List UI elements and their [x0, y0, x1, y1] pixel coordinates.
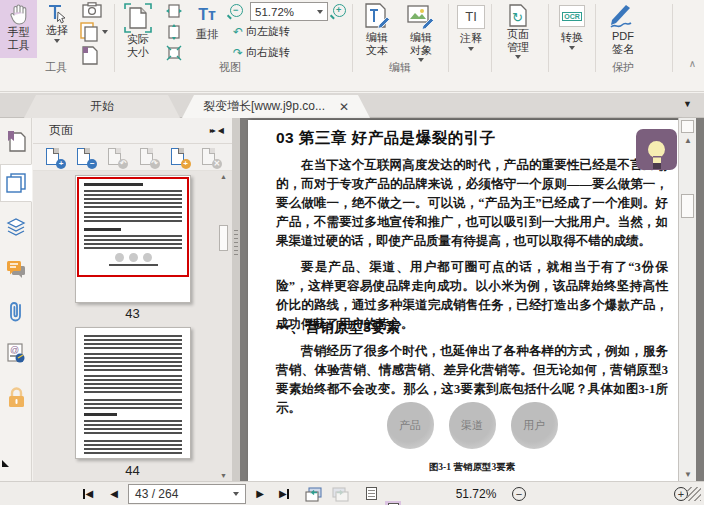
first-page-button[interactable]: ◀ [78, 485, 98, 503]
splitter-handle[interactable] [234, 230, 238, 256]
previous-view-button[interactable] [303, 485, 323, 503]
doc-scroll-up-icon[interactable]: ▲ [684, 136, 692, 145]
actual-size-label: 实际大小 [124, 33, 152, 59]
section-heading: 一、营销原型3要素 [276, 318, 400, 337]
actual-size-button[interactable]: 实际大小 [118, 0, 158, 70]
edit-object-label: 编辑对象 [408, 31, 434, 57]
panel-collapse-icon[interactable]: ◀ [218, 126, 224, 135]
layers-panel-button[interactable] [0, 208, 32, 246]
page-number-caret-icon [233, 492, 239, 496]
bookmarks-panel-button[interactable] [0, 122, 32, 160]
select-caret-icon [54, 39, 60, 43]
tab-document[interactable]: 裂变增长[www.j9p.co... ✕ [182, 95, 370, 118]
pages-panel-title: 页面 [49, 122, 73, 139]
security-panel-button[interactable] [0, 378, 32, 416]
digital-signature-icon: @ [6, 343, 26, 364]
document-tab-bar: 开始 裂变增长[www.j9p.co... ✕ ▼ [0, 93, 704, 118]
rotate-left-label: 向左旋转 [246, 24, 290, 39]
doc-scrollbar-thumb[interactable] [681, 194, 694, 218]
single-page-icon [366, 487, 377, 500]
page-management-icon: ↻ [507, 4, 529, 28]
tab-list-menu-button[interactable]: ▼ [683, 99, 692, 109]
chapter-title: 03 第三章 好产品是爆裂的引子 [276, 128, 496, 149]
tab-home[interactable]: 开始 [24, 95, 180, 118]
zoom-out-ribbon-button[interactable]: − [230, 4, 243, 19]
doc-scroll-down-icon[interactable]: ▼ [684, 470, 692, 479]
ocr-icon: OCR [559, 5, 585, 27]
thumbnail-zoom-in-button[interactable]: + [46, 148, 63, 167]
window-resize-grip[interactable] [687, 487, 701, 501]
zoom-level-combobox[interactable]: 51.72% [250, 2, 328, 21]
idea-widget[interactable] [636, 129, 677, 170]
fit-visible-icon[interactable] [166, 45, 182, 61]
select-tool-button[interactable]: 选择 [40, 0, 74, 58]
protect-group-label: 保护 [575, 60, 671, 74]
single-page-view-button[interactable] [363, 485, 379, 501]
zoom-in-button[interactable]: + [674, 487, 688, 501]
zoom-in-ribbon-button[interactable]: + [333, 4, 346, 19]
figure-circle-user: 用户 [511, 402, 558, 449]
hand-tool-button[interactable]: 手型工具 [0, 0, 37, 58]
next-view-button[interactable] [330, 485, 350, 503]
page-number-combobox[interactable]: 43 / 264 [128, 484, 246, 504]
thumbnail-scroll-up-icon[interactable]: ▲ [220, 173, 227, 180]
figure-circle-channel: 渠道 [449, 402, 496, 449]
previous-page-button[interactable]: ◀ [106, 485, 122, 503]
insert-page-button[interactable]: + [171, 148, 188, 167]
panel-splitter[interactable] [232, 118, 240, 481]
page-43-thumbnail[interactable] [75, 175, 191, 303]
panel-dock-icon[interactable]: ▸▸ [210, 126, 214, 135]
comment-button[interactable]: TI 注释 [453, 0, 489, 72]
pages-panel-toolbar: + − ↶ ↷ + ✕ [33, 145, 232, 171]
document-scrollbar[interactable]: ▲ ▼ [678, 118, 696, 481]
thumbnail-scroll-down-icon[interactable]: ▼ [220, 472, 227, 479]
rotate-right-button[interactable]: ↷ 向右旋转 [233, 45, 290, 60]
next-view-icon [332, 487, 349, 502]
tab-home-label: 开始 [90, 98, 114, 115]
rotate-right-icon: ↷ [233, 46, 243, 60]
collapse-ribbon-button[interactable]: ∧ [689, 58, 696, 69]
tools-group-label: 工具 [10, 60, 102, 74]
previous-view-icon [305, 487, 322, 502]
scrollbar-split-button[interactable] [681, 120, 694, 133]
figure-3-1: 产品 渠道 用户 [276, 402, 668, 449]
edit-text-label: 编辑文本 [364, 31, 390, 57]
lightbulb-icon [648, 141, 665, 158]
pages-panel: 页面 ▸▸ ◀ + − ↶ ↷ + ✕ [33, 118, 232, 481]
clipboard-paste-icon[interactable] [80, 22, 98, 42]
thumbnail-rotate-left-button[interactable]: ↶ [108, 148, 125, 167]
page-management-label: 页面管理 [504, 28, 532, 54]
pdf-page[interactable]: 03 第三章 好产品是爆裂的引子 在当下这个互联网高度发达的时代，产品的重要性已… [248, 120, 678, 481]
paste-caret-icon[interactable] [102, 30, 108, 34]
fit-page-icon[interactable] [166, 24, 182, 40]
last-page-button[interactable]: ▶ [274, 485, 294, 503]
rotate-left-button[interactable]: ↶ 向左旋转 [233, 24, 290, 39]
pages-panel-button[interactable] [0, 164, 32, 202]
fit-width-icon[interactable] [166, 3, 182, 19]
comments-panel-button[interactable] [0, 250, 32, 288]
page-management-button[interactable]: ↻ 页面管理 [495, 0, 541, 72]
thumbnail-list: 43 44 ▲ ▼ [33, 171, 232, 481]
delete-page-button[interactable]: ✕ [202, 148, 219, 167]
next-page-button[interactable]: ▶ [252, 485, 268, 503]
strip-expand-arrow-icon[interactable] [2, 460, 9, 467]
thumbnail-scrollbar[interactable]: ▲ ▼ [217, 173, 230, 479]
comment-caret-icon [468, 47, 474, 51]
thumbnail-scrollbar-thumb[interactable] [219, 225, 228, 251]
thumbnail-zoom-out-button[interactable]: − [77, 148, 94, 167]
reflow-button[interactable]: Tт 重排 [190, 0, 224, 58]
first-page-icon: ◀ [85, 485, 93, 503]
page-44-thumbnail[interactable] [75, 327, 191, 459]
lock-icon [7, 387, 26, 408]
tab-close-icon[interactable]: ✕ [339, 100, 349, 114]
reflow-icon: Tт [198, 2, 216, 28]
snapshot-camera-icon[interactable] [82, 2, 102, 18]
thumbnail-rotate-right-button[interactable]: ↷ [140, 148, 157, 167]
signatures-panel-button[interactable]: @ [0, 334, 32, 372]
figure-caption: 图3-1 营销原型3要素 [276, 461, 668, 474]
tab-document-label: 裂变增长[www.j9p.co... [203, 98, 325, 115]
zoom-out-button[interactable]: − [512, 487, 526, 501]
attachments-panel-button[interactable] [0, 292, 32, 330]
page-management-caret-icon [515, 55, 521, 59]
continuous-view-button[interactable] [385, 501, 401, 505]
